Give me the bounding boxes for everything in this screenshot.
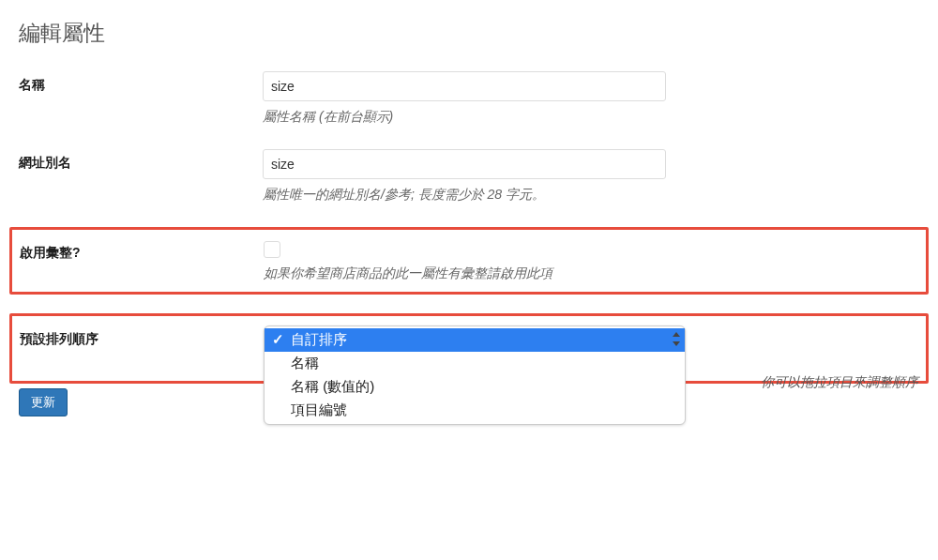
- archive-highlight: 啟用彙整? 如果你希望商店商品的此一屬性有彙整請啟用此項: [9, 227, 929, 295]
- orderby-highlight: 預設排列順序 自訂排序 名稱 名稱 (數值的) 項目編號 你可以拖拉項目來調整順…: [9, 313, 929, 384]
- orderby-option-id[interactable]: 項目編號: [265, 399, 685, 422]
- orderby-label: 預設排列順序: [20, 325, 264, 348]
- slug-label: 網址別名: [19, 149, 263, 172]
- orderby-option-custom[interactable]: 自訂排序: [265, 328, 685, 352]
- orderby-option-name-numeric[interactable]: 名稱 (數值的): [265, 375, 685, 399]
- name-label: 名稱: [19, 71, 263, 94]
- slug-input[interactable]: [263, 149, 666, 179]
- archive-help: 如果你希望商店商品的此一屬性有彙整請啟用此項: [264, 265, 918, 282]
- archive-checkbox[interactable]: [264, 241, 280, 258]
- name-help: 屬性名稱 (在前台顯示): [263, 109, 919, 126]
- orderby-hint: 你可以拖拉項目來調整順序: [761, 374, 918, 391]
- name-input[interactable]: [263, 71, 666, 101]
- orderby-select[interactable]: 自訂排序 名稱 名稱 (數值的) 項目編號: [264, 325, 686, 425]
- orderby-option-name[interactable]: 名稱: [265, 352, 685, 375]
- slug-help: 屬性唯一的網址別名/參考; 長度需少於 28 字元。: [263, 187, 919, 204]
- update-button[interactable]: 更新: [19, 388, 68, 416]
- page-title: 編輯屬性: [19, 19, 919, 48]
- archive-label: 啟用彙整?: [20, 239, 264, 262]
